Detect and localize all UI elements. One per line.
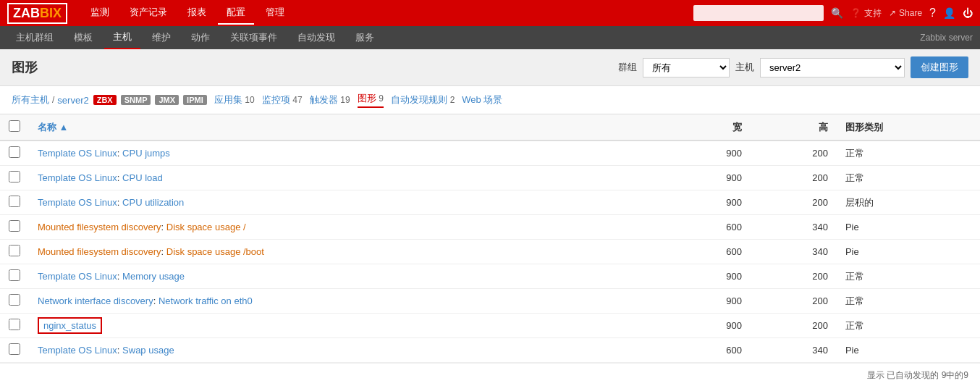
cell-type: 正常 <box>837 264 980 289</box>
cell-height: 340 <box>751 338 837 363</box>
nav-monitor[interactable]: 监测 <box>82 1 118 25</box>
server-name: Zabbix server <box>920 33 973 43</box>
sub-nav-templates[interactable]: 模板 <box>65 27 101 49</box>
share-link[interactable]: ↗ Share <box>889 8 922 18</box>
tab-web-scenarios[interactable]: Web 场景 <box>462 93 502 106</box>
top-nav-menu: 监测 资产记录 报表 配置 管理 <box>82 1 693 25</box>
cell-type: 正常 <box>837 166 980 190</box>
name-suffix-link[interactable]: Disk space usage / <box>166 222 246 232</box>
cell-width: 900 <box>664 314 751 338</box>
logout-icon[interactable]: ⏻ <box>963 7 973 19</box>
table-row: Network interface discovery: Network tra… <box>0 289 980 314</box>
cell-name: Network interface discovery: Network tra… <box>29 289 664 314</box>
row-checkbox[interactable] <box>9 269 20 281</box>
sub-nav-services[interactable]: 服务 <box>347 27 383 49</box>
badge-ipmi: IPMI <box>183 95 207 105</box>
name-suffix-link[interactable]: Network traffic on eth0 <box>159 295 253 306</box>
name-suffix-link[interactable]: Disk space usage /boot <box>166 246 264 257</box>
tab-appsets[interactable]: 应用集 10 <box>214 93 255 106</box>
tab-triggers[interactable]: 触发器 19 <box>310 93 350 106</box>
cell-type: Pie <box>837 338 980 363</box>
tab-discovery-rules[interactable]: 自动发现规则 2 <box>391 93 455 106</box>
nav-reports[interactable]: 报表 <box>179 1 215 25</box>
zabbix-logo: ZABBIX <box>7 3 67 24</box>
cell-name: Template OS Linux: CPU jumps <box>29 140 664 166</box>
cell-width: 900 <box>664 190 751 215</box>
help-icon[interactable]: ? <box>929 7 936 20</box>
host-link[interactable]: server2 <box>57 95 88 106</box>
row-checkbox[interactable] <box>9 343 20 355</box>
cell-type: Pie <box>837 215 980 240</box>
table-row: Template OS Linux: CPU utilization900200… <box>0 190 980 215</box>
name-prefix-link[interactable]: Mounted filesystem discovery <box>38 222 161 232</box>
sub-nav-hostgroups[interactable]: 主机群组 <box>7 27 62 49</box>
cell-type: 正常 <box>837 140 980 166</box>
group-select[interactable]: 所有 <box>643 58 730 77</box>
nav-admin[interactable]: 管理 <box>257 1 293 25</box>
name-prefix-link[interactable]: Mounted filesystem discovery <box>38 246 161 257</box>
user-icon[interactable]: 👤 <box>943 7 955 19</box>
search-input[interactable] <box>693 5 824 21</box>
sub-nav-discovery[interactable]: 自动发现 <box>289 27 344 49</box>
badge-jmx: JMX <box>155 95 179 105</box>
sub-nav-hosts[interactable]: 主机 <box>104 26 140 49</box>
name-suffix-link[interactable]: CPU utilization <box>122 197 184 208</box>
name-suffix-link[interactable]: Swap usage <box>122 345 174 356</box>
row-checkbox[interactable] <box>9 294 20 306</box>
name-suffix-link[interactable]: Memory usage <box>122 271 185 282</box>
sub-nav-correlations[interactable]: 关联项事件 <box>221 27 286 49</box>
cell-width: 900 <box>664 140 751 166</box>
top-nav-right: 🔍 ❓ 支持 ↗ Share ? 👤 ⏻ <box>693 5 973 21</box>
name-prefix-link[interactable]: Template OS Linux <box>38 345 117 356</box>
graphs-table-area: 名称 ▲ 宽 高 图形类别 Template OS Linux: CPU jum… <box>0 114 980 363</box>
cell-width: 900 <box>664 264 751 289</box>
sub-navigation: 主机群组 模板 主机 维护 动作 关联项事件 自动发现 服务 Zabbix se… <box>0 26 980 49</box>
search-icon[interactable]: 🔍 <box>831 7 843 19</box>
name-prefix-link[interactable]: Template OS Linux <box>38 172 117 183</box>
name-suffix-link[interactable]: CPU jumps <box>122 148 170 159</box>
highlighted-name-link[interactable]: nginx_status <box>38 317 102 334</box>
all-hosts-link[interactable]: 所有主机 <box>12 93 49 106</box>
share-label: Share <box>899 8 922 18</box>
tab-monitors[interactable]: 监控项 47 <box>262 93 303 106</box>
breadcrumb: 所有主机 / server2 ZBX SNMP JMX IPMI 应用集 10 … <box>0 86 980 114</box>
col-name[interactable]: 名称 ▲ <box>29 114 664 140</box>
nav-assets[interactable]: 资产记录 <box>121 1 176 25</box>
tab-graphs[interactable]: 图形 9 <box>358 92 384 108</box>
host-select[interactable]: server2 <box>760 58 905 77</box>
cell-type: 正常 <box>837 289 980 314</box>
table-row: nginx_status900200正常 <box>0 314 980 338</box>
table-footer: 显示 已自动发现的 9中的9 <box>0 363 980 386</box>
nav-config[interactable]: 配置 <box>218 1 254 25</box>
sub-nav-actions[interactable]: 动作 <box>182 27 219 49</box>
name-prefix-link[interactable]: Template OS Linux <box>38 148 117 159</box>
row-checkbox[interactable] <box>9 146 20 158</box>
cell-width: 900 <box>664 166 751 190</box>
select-all-checkbox[interactable] <box>9 120 20 132</box>
sub-nav-maintenance[interactable]: 维护 <box>143 27 179 49</box>
cell-height: 200 <box>751 264 837 289</box>
badge-snmp: SNMP <box>121 95 151 105</box>
row-checkbox[interactable] <box>9 171 20 182</box>
cell-height: 200 <box>751 166 837 190</box>
cell-height: 340 <box>751 240 837 264</box>
support-label: 支持 <box>864 7 882 20</box>
row-checkbox[interactable] <box>9 319 20 330</box>
name-prefix-link[interactable]: Template OS Linux <box>38 271 117 282</box>
cell-name: Mounted filesystem discovery: Disk space… <box>29 240 664 264</box>
name-prefix-link[interactable]: Template OS Linux <box>38 197 117 208</box>
table-row: Template OS Linux: CPU load900200正常 <box>0 166 980 190</box>
table-row: Mounted filesystem discovery: Disk space… <box>0 240 980 264</box>
cell-name: nginx_status <box>29 314 664 338</box>
row-checkbox[interactable] <box>9 220 20 232</box>
create-graph-button[interactable]: 创建图形 <box>911 56 968 78</box>
row-checkbox[interactable] <box>9 245 20 256</box>
cell-height: 200 <box>751 314 837 338</box>
row-checkbox[interactable] <box>9 196 20 207</box>
breadcrumb-separator: / <box>52 95 54 105</box>
name-prefix-link[interactable]: Network interface discovery <box>38 295 153 306</box>
cell-name: Mounted filesystem discovery: Disk space… <box>29 215 664 240</box>
name-suffix-link[interactable]: CPU load <box>122 172 163 183</box>
col-height: 高 <box>751 114 837 140</box>
support-link[interactable]: ❓ 支持 <box>850 7 882 20</box>
